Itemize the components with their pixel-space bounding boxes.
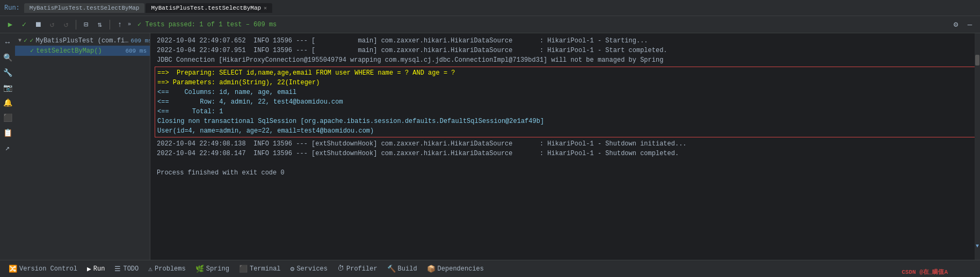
- tab-mybatis-active[interactable]: MyBatisPlusTest.testSelectByMap ✕: [146, 3, 272, 13]
- bottom-build[interactable]: 🔨 Build: [383, 263, 422, 275]
- check-button[interactable]: ✓: [18, 19, 30, 31]
- icon-5[interactable]: 🔔: [2, 97, 13, 108]
- tab-bar: Run: MyBatisPlusTest.testSelectByMap MyB…: [0, 0, 980, 16]
- bottom-version-control[interactable]: 🔀 Version Control: [4, 263, 82, 275]
- root-label: MyBatisPlusTest (com.fi…: [35, 37, 128, 45]
- run-icon: ▶: [87, 265, 91, 273]
- log-panel[interactable]: 2022-10-04 22:49:07.652 INFO 13596 --- […: [150, 33, 980, 260]
- version-control-label: Version Control: [19, 265, 77, 273]
- expand-icon: ▼: [18, 38, 21, 43]
- run-label: Run:: [4, 4, 20, 12]
- log-after: 2022-10-04 22:49:08.138 INFO 13596 --- […: [155, 138, 976, 178]
- icon-3[interactable]: 🔧: [2, 67, 13, 78]
- toolbar-separator-1: [76, 20, 76, 30]
- tab-mybatis-inactive[interactable]: MyBatisPlusTest.testSelectByMap: [24, 3, 145, 13]
- build-label: Build: [398, 265, 417, 273]
- more-button[interactable]: »: [128, 21, 131, 27]
- child-duration: 609 ms: [125, 48, 147, 54]
- bottom-bar: 🔀 Version Control ▶ Run ☰ TODO ⚠ Problem…: [0, 260, 980, 277]
- dependencies-icon: 📦: [427, 265, 435, 273]
- root-duration: 609 ms: [130, 38, 150, 44]
- highlight-line-2: ==> Parameters: admin(String), 22(Intege…: [157, 78, 973, 88]
- test-tree-panel: ▼ ✓ ✓ MyBatisPlusTest (com.fi… 609 ms ✓ …: [0, 33, 150, 260]
- bottom-spring[interactable]: 🌿 Spring: [191, 263, 234, 275]
- highlight-line-4: <== Row: 4, admin, 22, test4@baomidou.co…: [157, 97, 973, 107]
- up-button[interactable]: ↑: [114, 19, 126, 31]
- bottom-profiler[interactable]: ⏱ Profiler: [333, 263, 382, 275]
- toolbar-separator-2: [110, 20, 110, 30]
- bottom-todo[interactable]: ☰ TODO: [110, 263, 143, 275]
- spring-label: Spring: [206, 265, 229, 273]
- profiler-label: Profiler: [346, 265, 378, 273]
- version-control-icon: 🔀: [9, 265, 17, 273]
- log-after-4: Process finished with exit code 0: [157, 168, 974, 178]
- services-label: Services: [296, 265, 328, 273]
- run-label-bottom: Run: [93, 265, 105, 273]
- log-line-2: 2022-10-04 22:49:07.951 INFO 13596 --- […: [157, 46, 974, 55]
- highlight-line-1: ==> Preparing: SELECT id,name,age,email …: [157, 68, 973, 78]
- bottom-dependencies[interactable]: 📦 Dependencies: [423, 263, 488, 275]
- tree-root-item[interactable]: ▼ ✓ ✓ MyBatisPlusTest (com.fi… 609 ms: [15, 35, 150, 46]
- scroll-thumb[interactable]: [975, 55, 979, 65]
- tab-label-inactive: MyBatisPlusTest.testSelectByMap: [30, 5, 140, 11]
- log-line-1: 2022-10-04 22:49:07.652 INFO 13596 --- […: [157, 36, 974, 46]
- icon-7[interactable]: 📋: [2, 127, 13, 138]
- highlight-line-3: <== Columns: id, name, age, email: [157, 88, 973, 97]
- scroll-arrow-down[interactable]: ▼: [975, 243, 981, 249]
- bottom-terminal[interactable]: ⬛ Terminal: [235, 263, 285, 275]
- stop-button[interactable]: ⏹: [32, 19, 44, 31]
- icon-2[interactable]: 🔍: [2, 52, 13, 63]
- side-icons: ↔ 🔍 🔧 📷 🔔 ⬛ 📋 ↗: [0, 33, 15, 157]
- minimize-button[interactable]: —: [964, 19, 976, 31]
- icon-8[interactable]: ↗: [2, 142, 13, 154]
- toolbar-right: ⚙ —: [950, 19, 976, 31]
- bottom-services[interactable]: ⚙ Services: [286, 263, 332, 275]
- test-tree: ▼ ✓ ✓ MyBatisPlusTest (com.fi… 609 ms ✓ …: [15, 33, 150, 260]
- watermark: CSDN @在_瞒值A: [902, 268, 948, 276]
- settings-button[interactable]: ⚙: [950, 19, 962, 31]
- icon-1[interactable]: ↔: [2, 37, 13, 48]
- icon-6[interactable]: ⬛: [2, 112, 13, 123]
- spring-icon: 🌿: [195, 265, 204, 273]
- services-icon: ⚙: [291, 265, 295, 273]
- highlight-line-5: <== Total: 1: [157, 107, 973, 116]
- filter-button[interactable]: ⊟: [80, 19, 92, 31]
- highlight-line-6: Closing non transactional SqlSession [or…: [157, 116, 973, 126]
- close-icon[interactable]: ✕: [264, 5, 267, 11]
- dependencies-label: Dependencies: [438, 265, 484, 273]
- main-content: ↔ 🔍 🔧 📷 🔔 ⬛ 📋 ↗ ▼ ✓ ✓ MyBatisPlusTest (c…: [0, 33, 980, 260]
- todo-label: TODO: [123, 265, 139, 273]
- highlight-section: ==> Preparing: SELECT id,name,age,email …: [155, 67, 976, 137]
- log-after-2: 2022-10-04 22:49:08.147 INFO 13596 --- […: [157, 149, 974, 158]
- run-button[interactable]: ▶: [4, 19, 16, 31]
- child-label: testSelectByMap(): [36, 47, 101, 55]
- check-icon-child: ✓: [30, 47, 34, 55]
- terminal-label: Terminal: [250, 265, 281, 273]
- rerun-failed-button[interactable]: ↺: [60, 19, 72, 31]
- log-after-1: 2022-10-04 22:49:08.138 INFO 13596 --- […: [157, 139, 974, 149]
- bottom-problems[interactable]: ⚠ Problems: [144, 263, 190, 275]
- test-status: ✓ Tests passed: 1 of 1 test – 609 ms: [137, 20, 277, 28]
- check-icon-2: ✓: [30, 37, 33, 45]
- log-after-3: [157, 158, 974, 168]
- todo-icon: ☰: [114, 265, 121, 273]
- terminal-icon: ⬛: [239, 265, 248, 273]
- problems-icon: ⚠: [148, 265, 153, 273]
- check-icon: ✓: [24, 37, 27, 45]
- profiler-icon: ⏱: [337, 265, 344, 273]
- highlight-line-7: User(id=4, name=admin, age=22, email=tes…: [157, 126, 973, 136]
- icon-4[interactable]: 📷: [2, 82, 13, 93]
- problems-label: Problems: [155, 265, 186, 273]
- tree-child-item[interactable]: ✓ testSelectByMap() 609 ms: [15, 46, 150, 56]
- log-line-3: JDBC Connection [HikariProxyConnection@1…: [157, 55, 974, 65]
- log-before: 2022-10-04 22:49:07.652 INFO 13596 --- […: [155, 35, 976, 65]
- bottom-run[interactable]: ▶ Run: [83, 263, 109, 275]
- toolbar: ▶ ✓ ⏹ ↺ ↺ ⊟ ⇅ ↑ » ✓ Tests passed: 1 of 1…: [0, 16, 980, 33]
- sort-button[interactable]: ⇅: [94, 19, 106, 31]
- rerun-button[interactable]: ↺: [46, 19, 58, 31]
- build-icon: 🔨: [387, 265, 396, 273]
- tab-label-active: MyBatisPlusTest.testSelectByMap: [151, 5, 261, 11]
- scrollbar[interactable]: ▼: [975, 33, 980, 260]
